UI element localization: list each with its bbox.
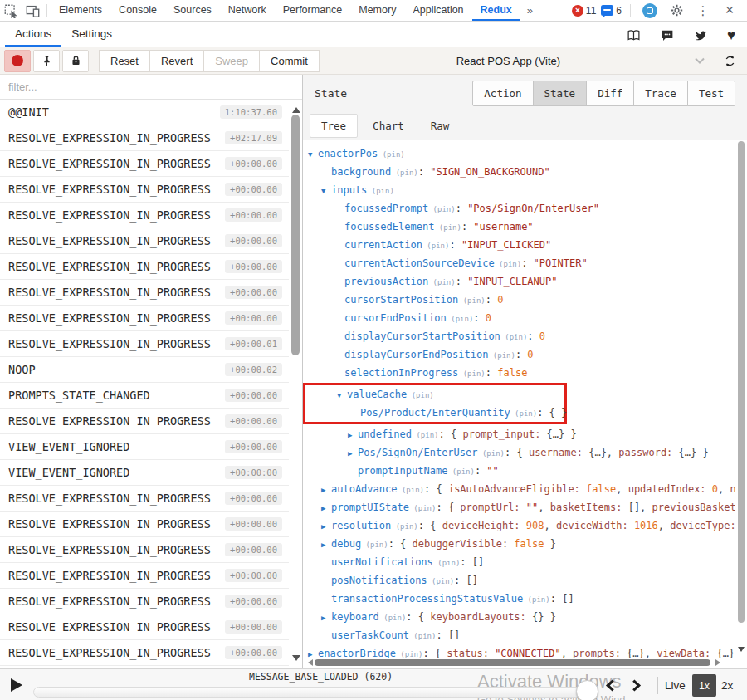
action-list-item[interactable]: RESOLVE_EXPRESSION_IN_PROGRESS+00:00.01 xyxy=(0,331,289,357)
tree-node-focussedElement[interactable]: focussedElement (pin): "username" xyxy=(303,218,735,236)
timeline-slider[interactable] xyxy=(33,687,598,698)
pin-link[interactable]: (pin) xyxy=(378,150,405,159)
pin-link[interactable]: (pin) xyxy=(447,315,474,323)
action-timestamp[interactable]: +00:00.00 xyxy=(225,157,282,170)
tree-node-promptUIState[interactable]: ▶promptUIState (pin): { promptUrl: "", b… xyxy=(303,498,735,516)
tree-node-promptInputName[interactable]: promptInputName (pin): "" xyxy=(303,462,735,480)
action-timestamp[interactable]: +00:00.00 xyxy=(225,569,282,582)
scrollbar-thumb[interactable] xyxy=(291,115,300,355)
pin-link[interactable]: (pin) xyxy=(495,260,522,268)
action-list-item[interactable]: RESOLVE_EXPRESSION_IN_PROGRESS+00:00.00 xyxy=(0,306,289,331)
devtools-tab-console[interactable]: Console xyxy=(110,0,165,21)
speed-1x-button[interactable]: 1x xyxy=(692,674,716,697)
view-tab-chart[interactable]: Chart xyxy=(361,114,416,138)
action-timestamp[interactable]: +00:00.00 xyxy=(225,260,282,273)
settings-gear-icon[interactable] xyxy=(666,1,687,21)
record-button[interactable] xyxy=(4,50,31,72)
action-list-item[interactable]: NOOP+00:00.02 xyxy=(0,357,289,383)
scroll-down-icon[interactable] xyxy=(738,647,745,655)
action-list-item[interactable]: RESOLVE_EXPRESSION_IN_PROGRESS+00:00.00 xyxy=(0,486,289,512)
close-devtools-icon[interactable]: × xyxy=(719,1,740,21)
tree-node-autoAdvance[interactable]: ▶autoAdvance (pin): { isAutoAdvanceEligi… xyxy=(303,480,735,498)
action-list-item[interactable]: @@INIT1:10:37.60 xyxy=(0,100,289,125)
console-error-badge[interactable]: × 11 xyxy=(572,5,596,17)
tree-node-undefined[interactable]: ▶undefined (pin): { prompt_input: {…} } xyxy=(303,425,735,443)
action-list-item[interactable]: RESOLVE_EXPRESSION_IN_PROGRESS+00:00.00 xyxy=(0,537,289,563)
tree-node-previousAction[interactable]: previousAction (pin): "INPUT_CLEANUP" xyxy=(303,272,735,291)
tree-node-enactorPos[interactable]: ▼enactorPos (pin) xyxy=(303,144,735,163)
pin-link[interactable]: (pin) xyxy=(427,577,455,585)
play-button[interactable] xyxy=(11,678,29,692)
pin-link[interactable]: (pin) xyxy=(367,187,394,195)
action-timestamp[interactable]: +00:00.00 xyxy=(225,595,282,608)
tree-node-currentActionSourceDevice[interactable]: currentActionSourceDevice (pin): "POINTE… xyxy=(303,254,735,272)
inspector-tab-action[interactable]: Action xyxy=(472,81,533,106)
expand-icon[interactable]: ▶ xyxy=(321,481,331,499)
action-timestamp[interactable]: +00:00.00 xyxy=(225,492,282,505)
expand-icon[interactable]: ▶ xyxy=(308,645,318,658)
instance-selector[interactable]: React POS App (Vite) xyxy=(330,50,714,72)
live-button[interactable]: Live xyxy=(665,679,686,692)
action-timestamp[interactable]: +00:00.02 xyxy=(225,363,282,376)
expand-icon[interactable]: ▶ xyxy=(321,609,331,627)
collapse-icon[interactable]: ▼ xyxy=(321,182,331,200)
tree-node-Pos/SignOn/EnterUser[interactable]: ▶Pos/SignOn/EnterUser (pin): { username:… xyxy=(303,443,735,462)
scroll-up-icon[interactable] xyxy=(292,103,300,113)
pin-link[interactable]: (pin) xyxy=(409,504,437,512)
view-tab-tree[interactable]: Tree xyxy=(310,114,358,138)
scroll-right-icon[interactable] xyxy=(715,659,724,666)
tree-horizontal-scrollbar[interactable] xyxy=(305,658,732,668)
tree-node-displayCursorStartPosition[interactable]: displayCursorStartPosition (pin): 0 xyxy=(303,327,735,345)
reset-button[interactable]: Reset xyxy=(99,50,150,72)
pin-link[interactable]: (pin) xyxy=(523,595,550,604)
device-toolbar-icon[interactable] xyxy=(22,1,43,21)
pin-link[interactable]: (pin) xyxy=(412,431,439,439)
extension-tab-settings[interactable]: Settings xyxy=(61,22,122,47)
action-list-item[interactable]: RESOLVE_EXPRESSION_IN_PROGRESS+00:00.00 xyxy=(0,151,289,177)
tree-node-selectionInProgress[interactable]: selectionInProgress (pin): false xyxy=(303,364,735,382)
lock-button[interactable] xyxy=(62,50,89,72)
devtools-tab-performance[interactable]: Performance xyxy=(275,0,351,21)
action-timestamp[interactable]: +00:00.00 xyxy=(225,286,282,299)
tree-node-userNotifications[interactable]: userNotifications (pin): [] xyxy=(303,553,735,571)
speed-2x-button[interactable]: 2x xyxy=(721,679,733,692)
action-timestamp[interactable]: +00:00.00 xyxy=(225,208,282,222)
tree-node-enactorBridge[interactable]: ▶enactorBridge (pin): { status: "CONNECT… xyxy=(303,644,735,658)
action-list-item[interactable]: RESOLVE_EXPRESSION_IN_PROGRESS+00:00.00 xyxy=(0,280,289,306)
tree-node-background[interactable]: background (pin): "SIGN_ON_BACKGROUND" xyxy=(303,163,735,181)
feedback-chat-icon[interactable] xyxy=(660,28,675,42)
action-list-item[interactable]: RESOLVE_EXPRESSION_IN_PROGRESS+00:00.00 xyxy=(0,640,289,666)
expand-icon[interactable]: ▶ xyxy=(321,536,331,554)
scrollbar-thumb[interactable] xyxy=(738,141,745,623)
more-menu-icon[interactable]: ⋮ xyxy=(692,1,714,21)
action-timestamp[interactable]: +00:00.01 xyxy=(225,337,282,350)
timeline-slider-handle[interactable] xyxy=(576,680,598,700)
inspector-tab-trace[interactable]: Trace xyxy=(633,81,688,106)
devtools-tab-memory[interactable]: Memory xyxy=(350,0,404,21)
reload-instances-icon[interactable] xyxy=(716,50,743,72)
collapse-icon[interactable]: ▼ xyxy=(337,386,347,404)
action-list-item[interactable]: RESOLVE_EXPRESSION_IN_PROGRESS+00:00.00 xyxy=(0,563,289,589)
step-back-icon[interactable] xyxy=(605,679,616,692)
devtools-tab-application[interactable]: Application xyxy=(404,0,471,21)
pin-link[interactable]: (pin) xyxy=(391,169,418,177)
filter-input[interactable] xyxy=(0,81,302,93)
pin-link[interactable]: (pin) xyxy=(422,242,450,250)
pin-link[interactable]: (pin) xyxy=(434,223,461,232)
pin-link[interactable]: (pin) xyxy=(510,409,538,418)
devtools-tab-elements[interactable]: Elements xyxy=(51,0,110,21)
more-tabs-chevron-icon[interactable]: » xyxy=(520,4,540,17)
action-timestamp[interactable]: +00:00.00 xyxy=(225,389,282,402)
expand-icon[interactable]: ▶ xyxy=(321,517,331,536)
action-list-item[interactable]: PROMPTS_STATE_CHANGED+00:00.00 xyxy=(0,383,289,409)
pin-link[interactable]: (pin) xyxy=(407,391,434,399)
pin-link[interactable]: (pin) xyxy=(396,650,423,658)
docs-book-icon[interactable] xyxy=(626,28,642,42)
commit-button[interactable]: Commit xyxy=(259,50,320,72)
action-list-item[interactable]: VIEW_EVENT_IGNORED+00:00.00 xyxy=(0,434,289,460)
inspect-element-icon[interactable] xyxy=(0,1,22,21)
scrollbar-thumb[interactable] xyxy=(315,659,710,666)
collapse-icon[interactable]: ▼ xyxy=(308,145,318,164)
pin-link[interactable]: (pin) xyxy=(428,205,456,213)
action-timestamp[interactable]: +00:00.00 xyxy=(225,620,282,634)
